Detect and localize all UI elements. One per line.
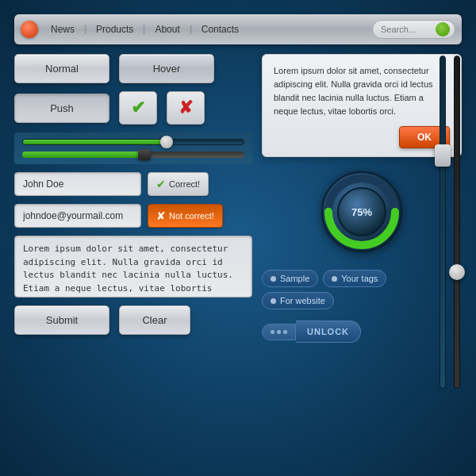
search-submit-icon[interactable] bbox=[436, 22, 450, 36]
tag-for-website-label: For website bbox=[280, 296, 325, 305]
nav-items: News ⁞ Products ⁞ About ⁞ Contacts bbox=[46, 22, 372, 37]
correct-icon: ✔ bbox=[156, 178, 166, 190]
tag-for-website[interactable]: For website bbox=[262, 292, 334, 309]
sliders-container bbox=[14, 132, 252, 164]
nav-sep-3: ⁞ bbox=[189, 22, 193, 37]
form-actions: Submit Clear bbox=[14, 305, 252, 335]
tag-your-tags[interactable]: Your tags bbox=[323, 270, 386, 287]
tag-sample[interactable]: Sample bbox=[262, 270, 318, 287]
search-input[interactable] bbox=[381, 25, 432, 34]
search-box bbox=[372, 20, 455, 39]
slider-2-thumb[interactable] bbox=[138, 149, 151, 160]
unlock-dots bbox=[262, 324, 296, 340]
hover-button[interactable]: Hover bbox=[119, 54, 214, 83]
cross-button[interactable]: ✘ bbox=[167, 91, 205, 125]
nav-item-about[interactable]: About bbox=[150, 22, 184, 36]
incorrect-badge: ✘ Not correct! bbox=[148, 204, 223, 228]
vertical-sliders bbox=[440, 56, 460, 389]
unlock-dot-3 bbox=[283, 330, 287, 334]
knob-area: 75% bbox=[262, 165, 462, 259]
tags-area: Sample Your tags For website bbox=[262, 267, 462, 313]
checkmark-button[interactable]: ✔ bbox=[119, 91, 157, 125]
correct-badge: ✔ Correct! bbox=[148, 172, 209, 196]
tag-sample-label: Sample bbox=[280, 274, 309, 283]
progress-knob[interactable]: 75% bbox=[318, 168, 405, 255]
nav-sep-1: ⁞ bbox=[83, 22, 87, 37]
v-slider-1-thumb[interactable] bbox=[435, 144, 451, 167]
navbar: News ⁞ Products ⁞ About ⁞ Contacts bbox=[14, 14, 462, 44]
clear-button[interactable]: Clear bbox=[119, 305, 190, 335]
v-slider-1-track[interactable] bbox=[440, 56, 446, 389]
tag-dot bbox=[271, 276, 276, 282]
name-row: ✔ Correct! bbox=[14, 172, 252, 196]
slider-2-track[interactable] bbox=[22, 152, 244, 158]
svg-text:75%: 75% bbox=[351, 206, 372, 218]
tag-your-tags-label: Your tags bbox=[341, 274, 378, 283]
submit-button[interactable]: Submit bbox=[14, 305, 109, 335]
slider-2-fill bbox=[22, 152, 144, 158]
nav-item-contacts[interactable]: Contacts bbox=[197, 22, 244, 36]
v-slider-2-track[interactable] bbox=[454, 56, 460, 389]
cross-icon: ✘ bbox=[178, 98, 193, 118]
incorrect-label: Not correct! bbox=[169, 211, 214, 221]
name-input[interactable] bbox=[14, 172, 141, 196]
email-input[interactable] bbox=[14, 204, 141, 228]
nav-sep-2: ⁞ bbox=[142, 22, 146, 37]
dialog-box: Lorem ipsum dolor sit amet, consectetur … bbox=[262, 54, 462, 157]
main-content: Normal Hover Push ✔ ✘ bbox=[0, 44, 476, 352]
unlock-dot-1 bbox=[271, 330, 274, 334]
incorrect-icon: ✘ bbox=[156, 209, 166, 222]
unlock-row: UNLOCK bbox=[262, 321, 462, 343]
right-column: Lorem ipsum dolor sit amet, consectetur … bbox=[262, 54, 462, 343]
message-textarea[interactable]: Lorem ipsum dolor sit amet, consectetur … bbox=[14, 236, 252, 298]
tag-dot-2 bbox=[332, 276, 337, 282]
slider-1-track[interactable] bbox=[22, 139, 244, 145]
unlock-dot-2 bbox=[277, 330, 281, 334]
nav-item-news[interactable]: News bbox=[46, 22, 79, 36]
slider-1-fill bbox=[23, 140, 167, 144]
normal-button[interactable]: Normal bbox=[14, 54, 109, 83]
check-icon: ✔ bbox=[131, 98, 145, 118]
nav-item-products[interactable]: Products bbox=[91, 22, 138, 36]
tag-dot-3 bbox=[271, 298, 276, 304]
push-button[interactable]: Push bbox=[14, 94, 109, 123]
button-row-1: Normal Hover bbox=[14, 54, 252, 83]
correct-label: Correct! bbox=[169, 179, 200, 189]
slider-1-thumb[interactable] bbox=[160, 136, 173, 148]
email-row: ✘ Not correct! bbox=[14, 204, 252, 228]
home-icon[interactable] bbox=[21, 21, 38, 38]
button-row-2: Push ✔ ✘ bbox=[14, 91, 252, 125]
left-column: Normal Hover Push ✔ ✘ bbox=[14, 54, 252, 343]
unlock-button[interactable]: UNLOCK bbox=[296, 321, 361, 343]
dialog-text: Lorem ipsum dolor sit amet, consectetur … bbox=[274, 64, 450, 118]
v-slider-2-thumb[interactable] bbox=[449, 264, 465, 280]
